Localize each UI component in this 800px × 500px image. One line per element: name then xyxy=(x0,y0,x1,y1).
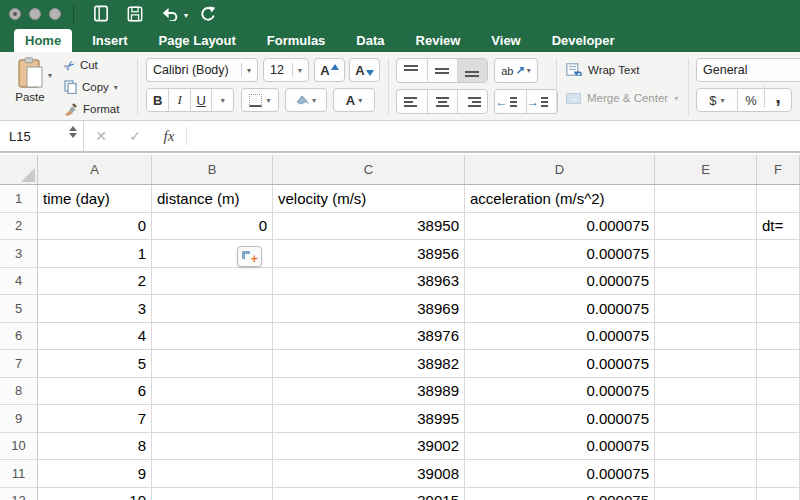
cell-E5[interactable] xyxy=(655,295,757,323)
cell-D2[interactable]: 0.000075 xyxy=(465,213,655,241)
name-box[interactable]: L15 xyxy=(0,121,84,151)
cell-A9[interactable]: 7 xyxy=(38,405,152,433)
column-header-D[interactable]: D xyxy=(465,155,655,184)
row-header-3[interactable]: 3 xyxy=(0,240,38,268)
tab-view[interactable]: View xyxy=(480,29,531,52)
minimize-window-button[interactable] xyxy=(29,8,41,20)
cell-B10[interactable] xyxy=(152,433,273,461)
zoom-window-button[interactable] xyxy=(49,8,61,20)
cell-D3[interactable]: 0.000075 xyxy=(465,240,655,268)
shrink-font-button[interactable]: A xyxy=(349,58,380,82)
cell-F1[interactable] xyxy=(757,185,800,213)
select-all-corner[interactable] xyxy=(0,155,38,184)
cell-B1[interactable]: distance (m) xyxy=(152,185,273,213)
insert-function-icon[interactable]: fx xyxy=(152,128,186,145)
cell-E7[interactable] xyxy=(655,350,757,378)
cell-A10[interactable]: 8 xyxy=(38,433,152,461)
cell-B6[interactable] xyxy=(152,323,273,351)
enter-icon[interactable]: ✓ xyxy=(118,128,152,144)
cell-A11[interactable]: 9 xyxy=(38,460,152,488)
wrap-text-button[interactable]: Wrap Text xyxy=(566,63,639,76)
align-right-button[interactable] xyxy=(457,90,487,113)
paste-button[interactable]: ▾ Paste xyxy=(6,57,54,117)
cell-D10[interactable]: 0.000075 xyxy=(465,433,655,461)
cell-B12[interactable] xyxy=(152,488,273,500)
cell-F4[interactable] xyxy=(757,268,800,296)
underline-button[interactable]: U xyxy=(190,89,212,111)
insert-options-button[interactable]: + xyxy=(237,246,262,267)
tab-insert[interactable]: Insert xyxy=(81,29,138,52)
cell-F7[interactable] xyxy=(757,350,800,378)
cell-A6[interactable]: 4 xyxy=(38,323,152,351)
increase-indent-button[interactable]: → xyxy=(526,90,557,113)
cell-E8[interactable] xyxy=(655,378,757,406)
cell-A1[interactable]: time (day) xyxy=(38,185,152,213)
percent-style-button[interactable]: % xyxy=(737,89,765,111)
cell-C11[interactable]: 39008 xyxy=(273,460,465,488)
row-header-12[interactable]: 12 xyxy=(0,488,38,500)
align-middle-button[interactable] xyxy=(427,59,457,82)
cell-F11[interactable] xyxy=(757,460,800,488)
column-header-A[interactable]: A xyxy=(38,155,152,184)
row-header-1[interactable]: 1 xyxy=(0,185,38,213)
font-size-combo[interactable]: 12 ▾ xyxy=(263,58,309,82)
row-header-9[interactable]: 9 xyxy=(0,405,38,433)
copy-button[interactable]: Copy ▾ xyxy=(64,78,118,96)
cell-E1[interactable] xyxy=(655,185,757,213)
cell-E11[interactable] xyxy=(655,460,757,488)
undo-dropdown-caret[interactable]: ▾ xyxy=(184,11,188,20)
column-header-B[interactable]: B xyxy=(152,155,273,184)
cell-C5[interactable]: 38969 xyxy=(273,295,465,323)
cell-F12[interactable] xyxy=(757,488,800,500)
cell-E10[interactable] xyxy=(655,433,757,461)
cell-A12[interactable]: 10 xyxy=(38,488,152,500)
row-header-5[interactable]: 5 xyxy=(0,295,38,323)
cell-F6[interactable] xyxy=(757,323,800,351)
cell-D1[interactable]: acceleration (m/s^2) xyxy=(465,185,655,213)
font-name-caret[interactable]: ▾ xyxy=(241,63,251,77)
font-name-combo[interactable]: Calibri (Body) ▾ xyxy=(146,58,258,82)
cell-D12[interactable]: 0.000075 xyxy=(465,488,655,500)
cell-C2[interactable]: 38950 xyxy=(273,213,465,241)
underline-caret[interactable]: ▾ xyxy=(211,89,233,111)
tab-developer[interactable]: Developer xyxy=(541,29,626,52)
comma-style-button[interactable]: , xyxy=(764,85,791,107)
cell-B4[interactable] xyxy=(152,268,273,296)
cell-D7[interactable]: 0.000075 xyxy=(465,350,655,378)
row-header-6[interactable]: 6 xyxy=(0,323,38,351)
cell-C9[interactable]: 38995 xyxy=(273,405,465,433)
formula-input[interactable] xyxy=(187,121,800,151)
tab-page-layout[interactable]: Page Layout xyxy=(148,29,247,52)
cell-A4[interactable]: 2 xyxy=(38,268,152,296)
cell-E2[interactable] xyxy=(655,213,757,241)
row-header-4[interactable]: 4 xyxy=(0,268,38,296)
cell-B2[interactable]: 0 xyxy=(152,213,273,241)
cell-D6[interactable]: 0.000075 xyxy=(465,323,655,351)
save-icon[interactable] xyxy=(122,3,148,25)
cell-C8[interactable]: 38989 xyxy=(273,378,465,406)
cell-C4[interactable]: 38963 xyxy=(273,268,465,296)
cell-A2[interactable]: 0 xyxy=(38,213,152,241)
column-header-F[interactable]: F xyxy=(757,155,800,184)
align-top-button[interactable] xyxy=(397,59,427,82)
cell-D5[interactable]: 0.000075 xyxy=(465,295,655,323)
tab-home[interactable]: Home xyxy=(14,29,72,52)
italic-button[interactable]: I xyxy=(168,89,190,111)
cell-F10[interactable] xyxy=(757,433,800,461)
borders-button[interactable]: ▾ xyxy=(241,88,279,112)
font-color-button[interactable]: A ▾ xyxy=(333,88,375,112)
cell-A3[interactable]: 1 xyxy=(38,240,152,268)
cell-D11[interactable]: 0.000075 xyxy=(465,460,655,488)
cell-C7[interactable]: 38982 xyxy=(273,350,465,378)
merge-center-caret[interactable]: ▾ xyxy=(674,94,678,103)
decrease-indent-button[interactable]: ← xyxy=(495,90,526,113)
orientation-caret[interactable]: ▾ xyxy=(527,66,531,75)
bold-button[interactable]: B xyxy=(147,89,168,111)
cell-B11[interactable] xyxy=(152,460,273,488)
cell-F8[interactable] xyxy=(757,378,800,406)
cell-F5[interactable] xyxy=(757,295,800,323)
cell-E3[interactable] xyxy=(655,240,757,268)
cell-C10[interactable]: 39002 xyxy=(273,433,465,461)
tab-data[interactable]: Data xyxy=(345,29,395,52)
font-color-caret[interactable]: ▾ xyxy=(358,96,362,105)
